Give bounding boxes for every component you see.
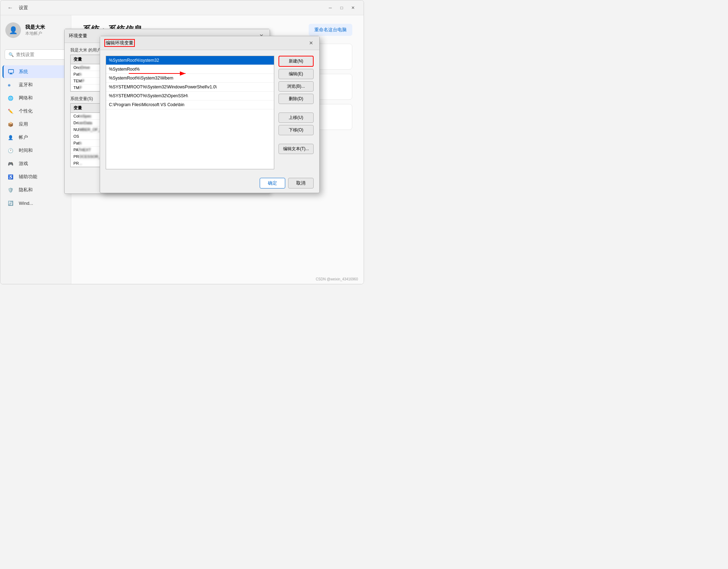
sidebar-label-windows: Wind... <box>19 201 33 206</box>
sidebar-item-network[interactable]: 🌐 网络和 <box>2 92 69 104</box>
btn-spacer-1 <box>278 106 314 110</box>
sidebar-label-time: 时间和 <box>19 147 33 154</box>
sidebar-item-system[interactable]: 系统 <box>2 65 69 78</box>
move-up-button[interactable]: 上移(U) <box>278 113 314 123</box>
svg-rect-2 <box>10 74 13 74</box>
sidebar-item-accessibility[interactable]: ♿ 辅助功能 <box>2 170 69 183</box>
edit-env-confirm-row: 确定 取消 <box>100 175 319 193</box>
sidebar-label-accounts: 帐户 <box>19 134 28 141</box>
window-title: 设置 <box>19 5 28 11</box>
sidebar-label-network: 网络和 <box>19 95 33 101</box>
sidebar-label-personalization: 个性化 <box>19 108 33 114</box>
apps-icon: 📦 <box>7 121 15 128</box>
sidebar: 👤 我是大米 本地帐户 🔍 系统 ⎈ <box>0 15 71 284</box>
svg-text:🛡️: 🛡️ <box>8 187 13 193</box>
svg-text:🎮: 🎮 <box>8 161 13 167</box>
search-input[interactable] <box>16 52 71 57</box>
svg-text:🕐: 🕐 <box>8 148 13 154</box>
edit-env-cancel-button[interactable]: 取消 <box>288 178 314 188</box>
back-button[interactable]: ← <box>6 3 15 12</box>
svg-text:📦: 📦 <box>8 122 13 127</box>
sidebar-label-accessibility: 辅助功能 <box>19 174 37 180</box>
accounts-icon: 👤 <box>7 134 15 141</box>
svg-text:👤: 👤 <box>8 135 13 141</box>
search-box: 🔍 <box>5 49 67 60</box>
svg-text:♿: ♿ <box>8 174 13 180</box>
sidebar-item-time[interactable]: 🕐 时间和 <box>2 144 69 157</box>
user-subtitle: 本地帐户 <box>25 31 45 37</box>
svg-rect-0 <box>9 70 13 73</box>
edit-env-titlebar: 编辑环境变量 ✕ <box>100 36 319 50</box>
path-item-6[interactable]: C:\Program Files\Microsoft VS Code\bin <box>106 100 274 109</box>
env-dialog-title: 环境变量 <box>69 33 87 39</box>
avatar-icon: 👤 <box>9 26 18 34</box>
sidebar-item-bluetooth[interactable]: ⎈ 蓝牙和 <box>2 78 69 91</box>
svg-text:✏️: ✏️ <box>8 109 13 114</box>
path-item-6-value: C:\Program Files\Microsoft VS Code\bin <box>109 102 184 107</box>
svg-text:⎈: ⎈ <box>8 83 11 88</box>
path-item-5[interactable]: %SYSTEMROOT%\System32\OpenSSH\ <box>106 92 274 100</box>
privacy-icon: 🛡️ <box>7 186 15 193</box>
minimize-button[interactable]: ─ <box>325 3 335 13</box>
rename-computer-button[interactable]: 重命名这台电脑 <box>309 24 352 36</box>
browse-path-button[interactable]: 浏览(B)... <box>278 81 314 92</box>
path-item-4[interactable]: %SYSTEMROOT%\System32\WindowsPowerShell\… <box>106 83 274 92</box>
sidebar-label-system: 系统 <box>19 69 28 75</box>
edit-env-dialog: 编辑环境变量 ✕ %SystemRoot%\system32 %SystemRo… <box>100 36 320 193</box>
sidebar-item-privacy[interactable]: 🛡️ 隐私和 <box>2 184 69 196</box>
edit-env-title: 编辑环境变量 <box>106 40 133 45</box>
path-item-1[interactable]: %SystemRoot%\system32 <box>106 56 274 65</box>
path-list[interactable]: %SystemRoot%\system32 %SystemRoot% %Syst… <box>106 56 274 169</box>
path-item-3-value: %SystemRoot%\System32\Wbem <box>109 76 173 81</box>
svg-text:🌐: 🌐 <box>8 95 13 101</box>
personalization-icon: ✏️ <box>7 108 15 115</box>
system-icon <box>7 68 15 75</box>
edit-env-body: %SystemRoot%\system32 %SystemRoot% %Syst… <box>100 50 319 175</box>
title-bar-controls: ─ □ ✕ <box>325 3 358 13</box>
edit-text-button[interactable]: 编辑文本(T)... <box>278 144 314 154</box>
network-icon: 🌐 <box>7 94 15 102</box>
user-name: 我是大米 <box>25 24 45 31</box>
path-item-4-value: %SYSTEMROOT%\System32\WindowsPowerShell\… <box>109 84 217 89</box>
svg-rect-1 <box>10 73 12 74</box>
user-area: 👤 我是大米 本地帐户 <box>0 18 71 41</box>
sidebar-item-gaming[interactable]: 🎮 游戏 <box>2 157 69 170</box>
search-icon: 🔍 <box>9 52 14 57</box>
close-button[interactable]: ✕ <box>348 3 358 13</box>
sidebar-label-bluetooth: 蓝牙和 <box>19 82 33 88</box>
path-item-1-value: %SystemRoot%\system32 <box>109 58 159 63</box>
main-window: ← 设置 ─ □ ✕ 👤 我是大米 本地帐户 🔍 <box>0 0 364 284</box>
title-bar-left: ← 设置 <box>6 3 28 12</box>
edit-env-buttons: 新建(N) 编辑(E) 浏览(B)... 删除(D) 上移(U) 下移(O) 编… <box>278 56 314 169</box>
sidebar-item-accounts[interactable]: 👤 帐户 <box>2 131 69 144</box>
sidebar-item-windows[interactable]: 🔄 Wind... <box>2 197 69 209</box>
sidebar-item-personalization[interactable]: ✏️ 个性化 <box>2 105 69 117</box>
move-down-button[interactable]: 下移(O) <box>278 125 314 135</box>
new-path-button[interactable]: 新建(N) <box>278 56 314 67</box>
copyright: CSDN @weixin_43416960 <box>316 277 358 281</box>
delete-path-button[interactable]: 删除(D) <box>278 94 314 104</box>
path-item-2-value: %SystemRoot% <box>109 67 140 72</box>
time-icon: 🕐 <box>7 147 15 154</box>
path-item-5-value: %SYSTEMROOT%\System32\OpenSSH\ <box>109 93 188 98</box>
bluetooth-icon: ⎈ <box>7 81 15 88</box>
sidebar-item-apps[interactable]: 📦 应用 <box>2 118 69 131</box>
title-bar: ← 设置 ─ □ ✕ <box>0 0 364 15</box>
maximize-button[interactable]: □ <box>337 3 347 13</box>
svg-text:🔄: 🔄 <box>8 201 13 206</box>
edit-env-confirm-button[interactable]: 确定 <box>260 178 285 188</box>
windows-icon: 🔄 <box>7 199 15 207</box>
path-list-area: %SystemRoot%\system32 %SystemRoot% %Syst… <box>106 56 274 169</box>
edit-path-button[interactable]: 编辑(E) <box>278 69 314 79</box>
sidebar-label-gaming: 游戏 <box>19 160 28 167</box>
sidebar-label-apps: 应用 <box>19 121 28 127</box>
accessibility-icon: ♿ <box>7 173 15 180</box>
btn-spacer-2 <box>278 137 314 142</box>
avatar: 👤 <box>5 22 21 38</box>
path-item-3[interactable]: %SystemRoot%\System32\Wbem <box>106 74 274 83</box>
gaming-icon: 🎮 <box>7 160 15 167</box>
user-info: 我是大米 本地帐户 <box>25 24 45 37</box>
edit-env-close-button[interactable]: ✕ <box>307 39 315 47</box>
edit-env-title-highlighted: 编辑环境变量 <box>104 39 135 47</box>
path-item-2[interactable]: %SystemRoot% <box>106 65 274 74</box>
